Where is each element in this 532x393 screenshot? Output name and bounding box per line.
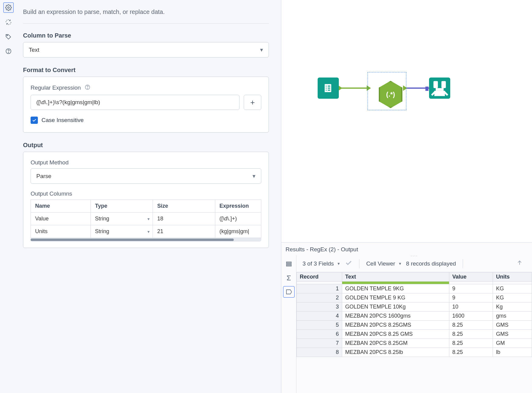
grid-row[interactable]: 7MEZBAN 20PCS 8.25GM8.25GM bbox=[297, 339, 532, 348]
output-port[interactable] bbox=[338, 85, 342, 91]
cell-text: MEZBAN 20PCS 8.25 GMS bbox=[342, 330, 449, 339]
output-method-value: Parse bbox=[36, 173, 51, 180]
cell-text: MEZBAN 20PCS 8.25GM bbox=[342, 339, 449, 348]
label-regex: Regular Expression bbox=[31, 84, 81, 91]
svg-rect-11 bbox=[328, 90, 330, 91]
text-input-tool[interactable] bbox=[318, 78, 339, 99]
input-port[interactable] bbox=[425, 87, 428, 91]
col-text[interactable]: Text bbox=[342, 272, 449, 282]
cell-record: 7 bbox=[297, 339, 342, 348]
cell-value: 8.25 bbox=[449, 330, 493, 339]
results-toolbar: ┄┄┄ 3 of 3 Fields ▼ Cell Viewer ▼ 8 reco… bbox=[296, 255, 532, 272]
svg-point-5 bbox=[87, 88, 88, 89]
sigma-view-icon[interactable] bbox=[283, 272, 295, 284]
cell-text: GOLDEN TEMPLE 9KG bbox=[342, 284, 449, 293]
results-icon-rail bbox=[281, 255, 296, 393]
cell-value: 8.25 bbox=[449, 348, 493, 357]
cell-record: 4 bbox=[297, 312, 342, 321]
column-to-parse-dropdown[interactable]: Text bbox=[23, 42, 269, 58]
refresh-icon[interactable] bbox=[3, 17, 14, 27]
oc-header-type: Type bbox=[91, 200, 153, 213]
cell-record: 8 bbox=[297, 348, 342, 357]
cell-record: 6 bbox=[297, 330, 342, 339]
oc-size-cell[interactable]: 18 bbox=[153, 213, 215, 225]
oc-size-cell[interactable]: 21 bbox=[153, 225, 215, 238]
config-icon-rail bbox=[0, 0, 17, 393]
col-value[interactable]: Value bbox=[449, 272, 493, 282]
workflow-canvas[interactable]: (.*) bbox=[281, 0, 532, 242]
config-body: Build an expression to parse, match, or … bbox=[17, 0, 281, 393]
cell-units: GM bbox=[493, 339, 532, 348]
grid-row[interactable]: 5MEZBAN 20PCS 8.25GMS8.25GMS bbox=[297, 321, 532, 330]
label-output-columns: Output Columns bbox=[31, 190, 261, 197]
oc-expr-cell: ([\d\.]+) bbox=[215, 213, 261, 225]
cell-units: gms bbox=[493, 312, 532, 321]
col-units[interactable]: Units bbox=[493, 272, 532, 282]
regex-input[interactable]: ([\d\.]+)\s?(kg|gms|gm|lb) bbox=[31, 95, 240, 110]
cell-viewer-label[interactable]: Cell Viewer bbox=[366, 260, 395, 267]
check-icon[interactable] bbox=[345, 259, 352, 268]
regex-value: ([\d\.]+)\s?(kg|gms|gm|lb) bbox=[36, 99, 100, 106]
output-method-dropdown[interactable]: Parse bbox=[31, 168, 261, 184]
cell-value: 8.25 bbox=[449, 321, 493, 330]
regex-tool[interactable]: (.*) bbox=[372, 76, 409, 113]
results-pane: Results - RegEx (2) - Output ┄┄┄ 3 of 3 … bbox=[281, 242, 532, 393]
grid-row[interactable]: 3GOLDEN TEMPLE 10Kg10Kg bbox=[297, 302, 532, 312]
cell-record: 1 bbox=[297, 284, 342, 293]
cell-text: GOLDEN TEMPLE 9 KG bbox=[342, 293, 449, 302]
grid-row[interactable]: 2GOLDEN TEMPLE 9 KG9KG bbox=[297, 293, 532, 302]
oc-expr-cell: (kg|gms|gm| bbox=[215, 225, 261, 238]
oc-type-cell[interactable]: String bbox=[91, 225, 153, 238]
svg-rect-15 bbox=[286, 264, 291, 265]
regex-tool-label: (.*) bbox=[386, 91, 395, 98]
oc-header-size: Size bbox=[153, 200, 215, 213]
results-title: Results - RegEx (2) - Output bbox=[281, 243, 532, 255]
case-insensitive-label: Case Insensitive bbox=[41, 117, 84, 124]
svg-rect-10 bbox=[328, 88, 330, 88]
svg-point-1 bbox=[7, 35, 8, 36]
gear-icon[interactable] bbox=[3, 2, 14, 13]
metadata-view-icon[interactable] bbox=[283, 258, 295, 270]
cell-units: Kg bbox=[493, 302, 532, 312]
oc-horizontal-scrollbar[interactable] bbox=[31, 238, 261, 242]
oc-header-expr: Expression bbox=[215, 200, 261, 213]
grid-row[interactable]: 1GOLDEN TEMPLE 9KG9KG bbox=[297, 284, 532, 293]
output-columns-table: Name Type Size Expression Value String 1… bbox=[31, 200, 261, 238]
grid-row[interactable]: 4MEZBAN 20PCS 1600gms1600gms bbox=[297, 312, 532, 321]
oc-header-name: Name bbox=[31, 200, 91, 213]
svg-point-0 bbox=[8, 7, 9, 8]
help-icon[interactable] bbox=[3, 46, 14, 56]
cell-text: MEZBAN 20PCS 8.25lb bbox=[342, 348, 449, 357]
cell-value: 9 bbox=[449, 284, 493, 293]
oc-name-cell[interactable]: Value bbox=[31, 213, 91, 225]
cell-record: 3 bbox=[297, 302, 342, 312]
arrow-up-icon[interactable] bbox=[516, 259, 523, 268]
grid-row[interactable]: 8MEZBAN 20PCS 8.25lb8.25lb bbox=[297, 348, 532, 357]
results-grid: Record Text Value Units 1GOLDEN TEMPLE 9… bbox=[296, 272, 532, 357]
caret-down-icon[interactable]: ▼ bbox=[337, 262, 341, 266]
svg-rect-12 bbox=[434, 81, 438, 88]
data-view-icon[interactable] bbox=[283, 286, 295, 298]
tag-icon[interactable] bbox=[3, 31, 14, 42]
chevron-down-icon bbox=[147, 216, 150, 221]
grid-row[interactable]: 6MEZBAN 20PCS 8.25 GMS8.25GMS bbox=[297, 330, 532, 339]
cell-units: GMS bbox=[493, 330, 532, 339]
fields-summary[interactable]: 3 of 3 Fields bbox=[302, 260, 334, 267]
help-circle-icon[interactable] bbox=[84, 84, 91, 91]
cell-value: 9 bbox=[449, 293, 493, 302]
caret-down-icon[interactable]: ▼ bbox=[398, 262, 402, 266]
oc-type-cell[interactable]: String bbox=[91, 213, 153, 225]
chevron-down-icon bbox=[260, 46, 263, 53]
add-expression-button[interactable]: + bbox=[244, 95, 261, 110]
svg-rect-13 bbox=[441, 81, 446, 88]
oc-name-cell[interactable]: Units bbox=[31, 225, 91, 238]
browse-tool[interactable] bbox=[429, 78, 450, 99]
svg-point-7 bbox=[326, 88, 327, 88]
case-insensitive-checkbox[interactable] bbox=[31, 117, 38, 124]
grip-icon[interactable]: ┄┄┄ bbox=[411, 255, 418, 258]
results-grid-wrap[interactable]: Record Text Value Units 1GOLDEN TEMPLE 9… bbox=[296, 272, 532, 393]
cell-text: MEZBAN 20PCS 1600gms bbox=[342, 312, 449, 321]
cell-units: KG bbox=[493, 284, 532, 293]
col-record[interactable]: Record bbox=[297, 272, 342, 282]
cell-units: GMS bbox=[493, 321, 532, 330]
